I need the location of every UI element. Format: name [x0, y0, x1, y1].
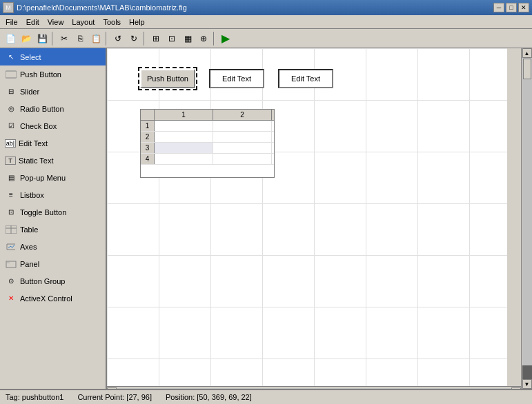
comp-check-box-label: Check Box: [20, 122, 57, 130]
menu-layout[interactable]: Layout: [68, 17, 99, 28]
app-icon: M: [3, 2, 14, 13]
table-col-header-2: 2: [213, 110, 272, 120]
comp-panel[interactable]: ▭ Panel: [0, 255, 106, 272]
comp-listbox[interactable]: ≡ Listbox: [0, 186, 106, 203]
comp-axes[interactable]: Axes: [0, 238, 106, 255]
status-bar: Tag: pushbutton1 Current Point: [27, 96]…: [0, 389, 532, 404]
vertical-scroll-thumb[interactable]: [523, 59, 531, 79]
comp-activex-control[interactable]: ✕ ActiveX Control: [0, 290, 106, 307]
canvas-container[interactable]: Push Button Edit Text Edit Text 1 2 1: [107, 48, 521, 389]
titlebar-left: M D:\penafield\Documents\MATLAB\cambioma…: [3, 2, 187, 13]
open-button[interactable]: 📂: [19, 31, 34, 46]
table-row[interactable]: 1: [141, 121, 274, 132]
table-cell[interactable]: [213, 143, 272, 153]
guide-button[interactable]: ⊡: [164, 31, 179, 46]
canvas[interactable]: Push Button Edit Text Edit Text 1 2 1: [107, 48, 507, 386]
undo-button[interactable]: ↺: [110, 31, 126, 46]
comp-axes-label: Axes: [20, 243, 37, 251]
maximize-button[interactable]: □: [506, 3, 517, 12]
grid-button[interactable]: ▦: [180, 31, 195, 46]
table-row-num: 4: [141, 154, 155, 164]
run-icon: ▶: [221, 32, 230, 45]
copy-button[interactable]: ⎘: [72, 31, 88, 46]
push-button-icon: [5, 69, 17, 80]
align-button[interactable]: ⊞: [148, 31, 164, 46]
canvas-edittext2[interactable]: Edit Text: [278, 69, 333, 88]
cut-button[interactable]: ✂: [57, 31, 72, 46]
table-row-num: 2: [141, 132, 155, 142]
comp-listbox-label: Listbox: [20, 191, 44, 199]
toolbar: 📄 📂 💾 ✂ ⎘ 📋 ↺ ↻ ⊞ ⊡ ▦ ⊕ ▶: [0, 29, 532, 48]
canvas-edittext1[interactable]: Edit Text: [209, 69, 264, 88]
table-cell[interactable]: [155, 121, 213, 131]
comp-popup-menu[interactable]: ▤ Pop-up Menu: [0, 169, 106, 186]
undo-icon: ↺: [115, 34, 121, 43]
run-button[interactable]: ▶: [218, 31, 233, 46]
toggle-button-icon: ⊡: [5, 207, 17, 218]
comp-table[interactable]: Table: [0, 221, 106, 238]
save-button[interactable]: 💾: [35, 31, 50, 46]
comp-button-group[interactable]: ⊙ Button Group: [0, 272, 106, 290]
horizontal-scroll-thumb[interactable]: [117, 389, 159, 390]
menu-tools[interactable]: Tools: [99, 17, 125, 28]
horizontal-scroll-track[interactable]: [117, 388, 511, 390]
table-cell[interactable]: [155, 132, 213, 142]
snap-button[interactable]: ⊕: [196, 31, 211, 46]
comp-radio-button[interactable]: ◎ Radio Button: [0, 100, 106, 117]
listbox-icon: ≡: [5, 190, 17, 201]
table-cell[interactable]: [213, 154, 272, 164]
minimize-button[interactable]: ─: [493, 3, 504, 12]
scroll-down-button[interactable]: ▼: [522, 379, 532, 389]
title-bar: M D:\penafield\Documents\MATLAB\cambioma…: [0, 0, 532, 15]
table-cell[interactable]: [155, 154, 213, 164]
toolbar-sep4: [213, 32, 216, 46]
menu-file[interactable]: File: [1, 17, 22, 28]
new-button[interactable]: 📄: [3, 31, 18, 46]
menu-edit[interactable]: Edit: [22, 17, 43, 28]
vertical-scrollbar[interactable]: ▲ ▼: [521, 48, 532, 389]
comp-select[interactable]: ↖ Select: [0, 48, 106, 65]
table-row-num: 1: [141, 121, 155, 131]
table-cell[interactable]: [155, 143, 213, 153]
table-row[interactable]: 2: [141, 132, 274, 143]
menu-help[interactable]: Help: [125, 17, 149, 28]
button-group-icon: ⊙: [5, 276, 17, 287]
scroll-right-button[interactable]: ▶: [511, 387, 521, 390]
table-row[interactable]: 4: [141, 154, 274, 165]
comp-push-button[interactable]: Push Button: [0, 65, 106, 83]
canvas-edittext1-label: Edit Text: [222, 74, 251, 83]
table-row[interactable]: 3: [141, 143, 274, 154]
cut-icon: ✂: [61, 34, 68, 43]
close-button[interactable]: ✕: [518, 3, 529, 12]
comp-toggle-button-label: Toggle Button: [20, 208, 66, 216]
comp-activex-label: ActiveX Control: [20, 294, 72, 303]
canvas-pushbutton-label: Push Button: [147, 74, 188, 83]
save-icon: 💾: [37, 34, 48, 43]
tag-label: Tag: pushbutton1: [6, 393, 63, 401]
open-icon: 📂: [21, 34, 32, 43]
scroll-left-button[interactable]: ◀: [107, 387, 117, 390]
vertical-scroll-track[interactable]: [522, 58, 532, 365]
comp-edit-text[interactable]: ab| Edit Text: [0, 134, 106, 152]
toolbar-sep2: [106, 32, 108, 46]
menu-view[interactable]: View: [43, 17, 68, 28]
grid-icon: ▦: [184, 34, 192, 43]
canvas-table[interactable]: 1 2 1 2 3 4: [140, 109, 275, 178]
comp-static-text[interactable]: T Static Text: [0, 152, 106, 169]
menu-bar: File Edit View Layout Tools Help: [0, 15, 532, 29]
table-cell[interactable]: [213, 132, 272, 142]
table-cell[interactable]: [213, 121, 272, 131]
slider-icon: ⊟: [5, 86, 17, 97]
scroll-up-button[interactable]: ▲: [522, 48, 532, 58]
paste-button[interactable]: 📋: [88, 31, 104, 46]
comp-slider[interactable]: ⊟ Slider: [0, 83, 106, 100]
canvas-pushbutton[interactable]: Push Button: [140, 69, 195, 88]
check-box-icon: ☑: [5, 121, 17, 132]
horizontal-scrollbar[interactable]: ◀ ▶: [107, 386, 521, 389]
current-point-label: Current Point: [27, 96]: [77, 393, 152, 401]
redo-button[interactable]: ↻: [126, 31, 141, 46]
comp-panel-label: Panel: [20, 260, 39, 268]
activex-icon: ✕: [5, 293, 17, 304]
comp-toggle-button[interactable]: ⊡ Toggle Button: [0, 203, 106, 221]
comp-check-box[interactable]: ☑ Check Box: [0, 117, 106, 134]
